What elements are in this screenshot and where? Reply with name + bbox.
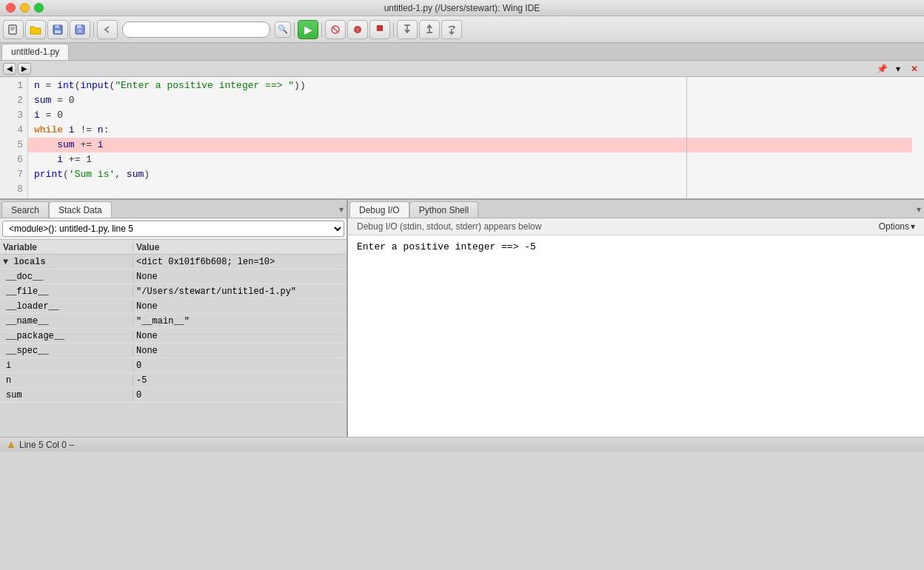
stop-debug-button[interactable] [325,20,346,39]
nav-back-arrow[interactable]: ◀ [3,63,16,75]
svg-text:A: A [78,29,81,33]
code-line-7: print ( 'Sum is' , sum ) [34,167,918,182]
stop-button[interactable] [369,20,390,39]
line-num-4: 4 [17,123,23,138]
var-value-name: "__main__" [133,316,346,326]
close-panel-icon[interactable]: ✕ [908,63,921,75]
code-token: ) [144,167,150,182]
tab-untitled-1[interactable]: untitled-1.py [1,44,69,60]
code-token: )) [294,78,306,93]
code-token: = [40,108,57,123]
separator-2 [294,22,295,37]
code-token: int [57,78,74,93]
maximize-button[interactable] [34,3,44,13]
variables-table[interactable]: Variable Value ▼ locals <dict 0x101f6b60… [0,240,346,437]
code-line-6: i += 1 [34,152,918,167]
stack-select[interactable]: <module>(): untitled-1.py, line 5 [2,221,344,237]
debug-output-text: Enter a positive integer ==> -5 [357,241,536,252]
line-num-1: 1 [17,78,23,93]
var-name-loader: __loader__ [0,301,133,312]
code-token: 'Sum is' [69,167,115,182]
debug-button[interactable]: ! [347,20,368,39]
var-name-package: __package__ [0,331,133,341]
code-token: n [98,123,104,138]
code-token: = [51,93,68,108]
tab-debug-io[interactable]: Debug I/O [349,201,409,218]
traffic-lights[interactable] [6,3,44,13]
debug-io-header-text: Debug I/O (stdin, stdout, stderr) appear… [357,221,541,232]
code-token: while [34,123,63,138]
line-numbers: 1 2 3 4 5 6 7 8 [0,77,28,198]
left-panel-tabs: Search Stack Data ▾ [0,200,346,218]
code-token [34,138,57,152]
save-as-button[interactable]: A [70,20,90,39]
open-button[interactable] [25,20,46,39]
code-token: input [80,78,109,93]
right-panel-tab-arrow[interactable]: ▾ [917,204,921,215]
status-bar: ! Line 5 Col 0 – [0,437,924,452]
save-button[interactable] [47,20,68,39]
code-token: sum [57,138,74,152]
options-arrow-icon: ▾ [911,221,915,232]
run-button[interactable]: ▶ [298,20,318,39]
svg-rect-14 [377,25,383,31]
code-token: 1 [86,152,92,167]
code-token: ( [109,78,115,93]
dropdown-icon[interactable]: ▾ [891,63,905,75]
var-row-file: __file__ "/Users/stewart/untitled-1.py" [0,284,346,299]
step-into-button[interactable] [397,20,418,39]
debug-io-content[interactable]: Enter a positive integer ==> -5 [348,235,924,437]
pin-icon[interactable]: 📌 [875,63,888,75]
close-button[interactable] [6,3,16,13]
svg-text:!: ! [357,27,358,33]
code-token: n [34,78,40,93]
code-line-5: sum += i [28,138,912,152]
toolbar: A 🔍 ▶ ! [0,16,924,43]
var-name-spec: __spec__ [0,346,133,356]
svg-text:!: ! [10,443,11,448]
status-icon: ! [6,440,16,450]
left-panel: Search Stack Data ▾ <module>(): untitled… [0,200,348,437]
left-panel-tab-arrow[interactable]: ▾ [339,204,344,215]
separator-4 [393,22,394,37]
code-token: i [34,108,40,123]
svg-line-11 [333,27,338,32]
nav-forward-arrow[interactable]: ▶ [18,63,31,75]
editor-column-separator [686,77,687,198]
tab-label: untitled-1.py [11,47,59,57]
var-row-doc: __doc__ None [0,269,346,284]
right-panel: Debug I/O Python Shell ▾ Debug I/O (stdi… [348,200,924,437]
step-out-button[interactable] [419,20,440,39]
tab-stack-data[interactable]: Stack Data [49,201,112,218]
back-button[interactable] [97,20,118,39]
code-line-4: while i != n : [34,123,918,138]
tab-search[interactable]: Search [1,201,49,218]
options-button[interactable]: Options ▾ [879,221,915,232]
col-value: Value [133,242,346,252]
new-button[interactable] [3,20,24,39]
code-token: += [63,152,86,167]
code-token: ( [75,78,81,93]
col-variable: Variable [0,242,133,252]
code-line-3: i = 0 [34,108,918,123]
var-value-file: "/Users/stewart/untitled-1.py" [133,286,346,297]
var-row-locals: ▼ locals <dict 0x101f6b608; len=10> [0,255,346,269]
step-over-button[interactable] [441,20,462,39]
stack-dropdown: <module>(): untitled-1.py, line 5 [0,218,346,240]
code-token: "Enter a positive integer ==> " [115,78,294,93]
tab-python-shell[interactable]: Python Shell [409,201,478,218]
line-num-8: 8 [17,182,23,197]
var-value-n: -5 [133,375,346,386]
code-token: , [115,167,127,182]
var-value-i: 0 [133,361,346,371]
line-num-6: 6 [17,152,23,167]
var-value-doc: None [133,272,346,282]
code-token: = [40,78,57,93]
code-token: ( [63,167,69,182]
minimize-button[interactable] [20,3,30,13]
code-content[interactable]: n = int ( input ( "Enter a positive inte… [28,77,924,198]
line-num-7: 7 [17,167,23,182]
search-button[interactable]: 🔍 [275,21,291,38]
tab-bar: untitled-1.py [0,43,924,61]
search-input[interactable] [122,21,270,38]
